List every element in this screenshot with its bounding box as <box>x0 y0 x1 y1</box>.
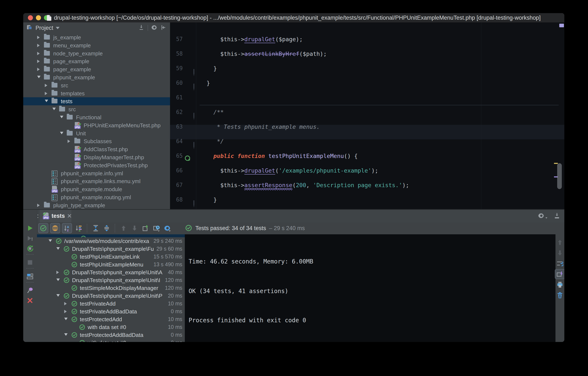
warning-stripe-mark[interactable] <box>554 163 558 164</box>
chevron-down-icon[interactable] <box>60 116 63 118</box>
project-tree-item-templates[interactable]: templates <box>23 89 170 98</box>
chevron-down-icon[interactable] <box>56 27 60 29</box>
test-result-row[interactable]: with data set #010 ms <box>37 323 185 331</box>
chevron-right-icon[interactable] <box>37 68 40 71</box>
chevron-right-icon[interactable] <box>68 140 70 143</box>
export-results-button[interactable] <box>140 223 151 233</box>
test-result-row[interactable]: testPrivateAdd10 ms <box>37 300 185 308</box>
chevron-right-icon[interactable] <box>56 271 59 274</box>
project-tree-item-tests[interactable]: tests <box>23 97 170 105</box>
scroll-end-button[interactable] <box>556 270 564 278</box>
project-tree-item-phpunitexamplemenutest-php[interactable]: phpPHPUnitExampleMenuTest.php <box>23 122 170 129</box>
test-result-row[interactable]: testPhpUnitExampleMenu13 s 490 ms <box>37 261 185 269</box>
test-result-row[interactable]: testSimpleMockDisplayManager120 ms <box>37 284 185 292</box>
close-red-button[interactable] <box>26 296 34 305</box>
chevron-right-icon[interactable] <box>37 60 40 63</box>
project-tree-item-plugin-type-example[interactable]: plugin_type_example <box>23 201 170 209</box>
chevron-down-icon[interactable] <box>49 239 52 242</box>
code-line-63[interactable]: 63 * Tests phpunit_example menus. <box>170 120 564 134</box>
project-tree-item-protectedprivatestest-php[interactable]: phpProtectedPrivatesTest.php <box>23 161 170 169</box>
chevron-right-icon[interactable] <box>37 52 40 55</box>
title-bar[interactable]: drupal-testing-workshop [~/Code/os/drupa… <box>23 13 564 23</box>
collapse-to-source-icon[interactable] <box>138 24 145 32</box>
chevron-right-icon[interactable] <box>45 92 47 95</box>
chevron-down-icon[interactable] <box>45 100 48 102</box>
code-line-58[interactable]: 58 $this->assertLinkByHref($path); <box>170 46 564 61</box>
chevron-down-icon[interactable] <box>56 278 60 281</box>
hide-panel-icon[interactable] <box>160 24 167 32</box>
chevron-right-icon[interactable] <box>37 44 40 47</box>
code-line-66[interactable]: 66 $this->drupalGet('/examples/phpunit-e… <box>170 163 564 178</box>
auto-test-button[interactable] <box>26 244 34 253</box>
sort-alpha-button[interactable]: az <box>62 223 72 233</box>
project-tree-item-phpunit-example-module[interactable]: phpphpunit_example.module <box>23 185 170 193</box>
chevron-right-icon[interactable] <box>64 310 67 313</box>
project-tree-item-menu-example[interactable]: menu_example <box>23 42 170 49</box>
toggle-passed-button[interactable] <box>38 223 48 233</box>
project-tree-item-functional[interactable]: Functional <box>23 113 170 122</box>
project-panel-title[interactable]: Project <box>35 25 53 31</box>
chevron-down-icon[interactable] <box>56 247 60 250</box>
run-test-gutter-icon[interactable] <box>184 152 190 158</box>
fold-marker-icon[interactable] <box>193 65 199 71</box>
test-result-row[interactable]: Drupal\Tests\phpunit_example\Unit\P20 ms <box>37 292 185 300</box>
toggle-ignored-button[interactable] <box>50 223 60 233</box>
printer-button[interactable] <box>556 280 564 289</box>
rerun-button[interactable] <box>26 224 34 233</box>
stop-button[interactable] <box>26 258 34 267</box>
code-line-59[interactable]: 59 } <box>170 61 564 76</box>
fold-marker-icon[interactable] <box>193 80 199 86</box>
run-console[interactable]: Time: 46.62 seconds, Memory: 6.00MBOK (3… <box>185 234 556 342</box>
project-tree-item-phpunit-example[interactable]: phpunit_example <box>23 73 170 81</box>
expand-all-button[interactable] <box>91 223 101 233</box>
code-editor[interactable]: 57 $this->drupalGet($page);58 $this->ass… <box>170 22 564 210</box>
chevron-down-icon[interactable] <box>60 132 63 134</box>
project-tree-item-src[interactable]: src <box>23 105 170 113</box>
test-result-row[interactable]: testPrivateAddBadData0 ms <box>37 308 185 316</box>
run-tab-tests[interactable]: php tests ✕ <box>40 210 71 222</box>
traffic-minimize-icon[interactable] <box>36 15 41 20</box>
chevron-down-icon[interactable] <box>64 318 68 320</box>
sort-duration-button[interactable] <box>74 223 84 233</box>
gear-icon[interactable] <box>538 212 548 220</box>
test-result-row[interactable]: Drupal\Tests\phpunit_example\Unit\A40 ms <box>37 269 185 276</box>
chevron-right-icon[interactable] <box>37 204 40 207</box>
test-result-row[interactable]: Drupal\Tests\phpunit_example\Fu29 s 60 m… <box>37 245 185 253</box>
code-line-65[interactable]: 65 public function testPhpUnitExampleMen… <box>170 149 564 163</box>
trash-button[interactable] <box>556 291 564 300</box>
pin-button[interactable] <box>26 286 34 295</box>
project-tree-item-pager-example[interactable]: pager_example <box>23 65 170 73</box>
project-tree-item-page-example[interactable]: page_example <box>23 57 170 65</box>
project-tree-item-js-example[interactable]: js_example <box>23 33 170 42</box>
chevron-down-icon[interactable] <box>56 294 60 297</box>
project-tree-item-displaymanagertest-php[interactable]: phpDisplayManagerTest.php <box>23 153 170 161</box>
fold-marker-icon[interactable] <box>193 138 199 144</box>
code-line-62[interactable]: 62 /** <box>170 105 564 120</box>
arrow-up-disabled-button[interactable] <box>118 223 129 233</box>
chevron-right-icon[interactable] <box>37 36 40 39</box>
close-icon[interactable]: ✕ <box>67 213 72 219</box>
fold-marker-icon[interactable] <box>193 109 199 115</box>
chevron-down-icon[interactable] <box>52 108 56 110</box>
selected-root-row[interactable] <box>37 234 185 237</box>
arrow-up-dim-button[interactable] <box>556 238 564 247</box>
project-tree-item-phpunit-example-links-menu-yml[interactable]: phpunit_example.links.menu.yml <box>23 177 170 185</box>
project-tree-item-node-type-example[interactable]: node_type_example <box>23 49 170 57</box>
chevron-down-icon[interactable] <box>64 333 68 336</box>
editor-scrollbar[interactable] <box>557 163 562 189</box>
history-button[interactable] <box>151 223 162 233</box>
chevron-right-icon[interactable] <box>64 302 67 305</box>
code-line-61[interactable]: 61 <box>170 90 564 105</box>
test-result-row[interactable]: with data set #00 ms <box>37 339 185 342</box>
code-line-68[interactable]: 68 } <box>170 192 564 207</box>
project-tree-item-subclasses[interactable]: Subclasses <box>23 137 170 145</box>
arrow-down-disabled-button[interactable] <box>129 223 140 233</box>
inspection-status-icon[interactable] <box>559 24 564 27</box>
traffic-close-icon[interactable] <box>28 15 33 20</box>
test-result-row[interactable]: testProtectedAdd10 ms <box>37 316 185 323</box>
code-line-60[interactable]: 60} <box>170 76 564 90</box>
settings-gear-button[interactable] <box>162 223 173 233</box>
project-tree-item-phpunit-example-routing-yml[interactable]: phpunit_example.routing.yml <box>23 193 170 201</box>
project-tree-item-unit[interactable]: Unit <box>23 129 170 137</box>
collapse-all-button[interactable] <box>102 223 112 233</box>
